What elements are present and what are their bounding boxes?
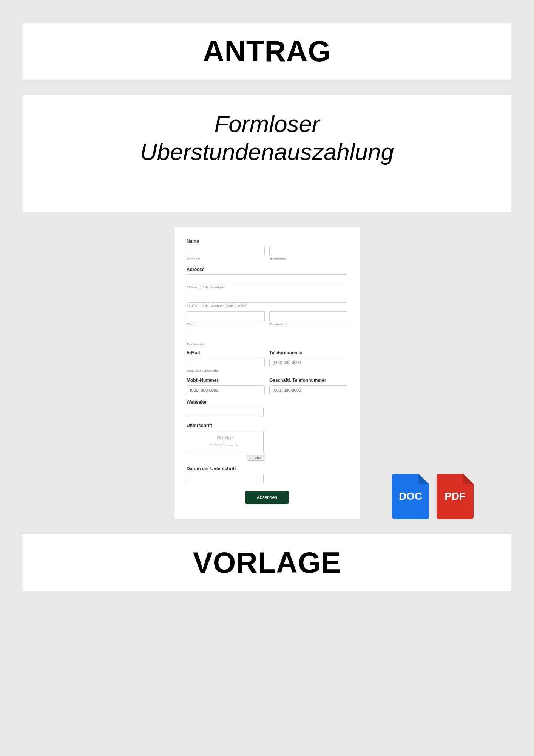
street2-input[interactable] — [187, 293, 347, 303]
state-input[interactable] — [269, 311, 347, 321]
website-input[interactable] — [187, 407, 264, 417]
email-sublabel: beispiel@beispiel.de — [187, 369, 265, 372]
postal-input[interactable] — [187, 332, 347, 341]
street1-input[interactable] — [187, 274, 347, 284]
subtitle-panel: Formloser Uberstundenauszahlung — [23, 95, 511, 212]
last-name-input[interactable] — [269, 246, 347, 256]
pdf-file-icon[interactable]: PDF — [437, 474, 474, 519]
signature-label: Unterschrift — [187, 423, 347, 428]
clear-signature-button[interactable]: Löschen — [247, 455, 265, 461]
mobile-label: Mobil-Nummer — [187, 378, 265, 383]
doc-label: DOC — [399, 490, 422, 502]
mobile-input[interactable] — [187, 385, 265, 395]
footer-title: VORLAGE — [38, 545, 496, 580]
city-sublabel: Stadt — [187, 322, 265, 326]
phone-input[interactable] — [269, 358, 347, 367]
page-title: ANTRAG — [38, 34, 496, 68]
pdf-label: PDF — [444, 490, 466, 502]
signature-scribble-icon — [208, 441, 242, 448]
street2-sublabel: Straße und Hausnummer (zweite Zeile) — [187, 304, 347, 308]
sigdate-input[interactable] — [187, 474, 264, 483]
city-input[interactable] — [187, 311, 265, 321]
header-panel: ANTRAG — [23, 23, 511, 80]
workphone-label: Geschäftl. Telefonnummer — [269, 378, 347, 383]
name-label: Name — [187, 239, 347, 244]
file-icons-row: DOC PDF — [392, 474, 474, 519]
website-label: Webseite — [187, 400, 347, 405]
submit-button[interactable]: Absenden — [245, 491, 289, 504]
address-label: Adresse — [187, 267, 347, 272]
phone-label: Telefonnummer — [269, 350, 347, 355]
state-sublabel: Bundesland — [269, 322, 347, 326]
email-label: E-Mail — [187, 350, 265, 355]
doc-file-icon[interactable]: DOC — [392, 474, 429, 519]
subtitle-line1: Formloser — [38, 110, 496, 138]
signature-hint: Sign Here — [217, 436, 233, 440]
first-name-sublabel: Vorname — [187, 257, 265, 261]
email-input[interactable] — [187, 358, 265, 367]
subtitle-line2: Uberstundenauszahlung — [38, 138, 496, 166]
form-area: Name Vorname Nachname Adresse Straße und… — [23, 227, 511, 519]
postal-sublabel: Postleitzahl — [187, 342, 347, 346]
footer-panel: VORLAGE — [23, 534, 511, 591]
sigdate-label: Datum der Unterschrift — [187, 466, 347, 471]
form-panel: Name Vorname Nachname Adresse Straße und… — [174, 227, 360, 519]
workphone-input[interactable] — [269, 385, 347, 395]
signature-pad[interactable]: Sign Here — [187, 431, 264, 453]
last-name-sublabel: Nachname — [269, 257, 347, 261]
first-name-input[interactable] — [187, 246, 265, 256]
street1-sublabel: Straße und Hausnummer — [187, 285, 347, 289]
